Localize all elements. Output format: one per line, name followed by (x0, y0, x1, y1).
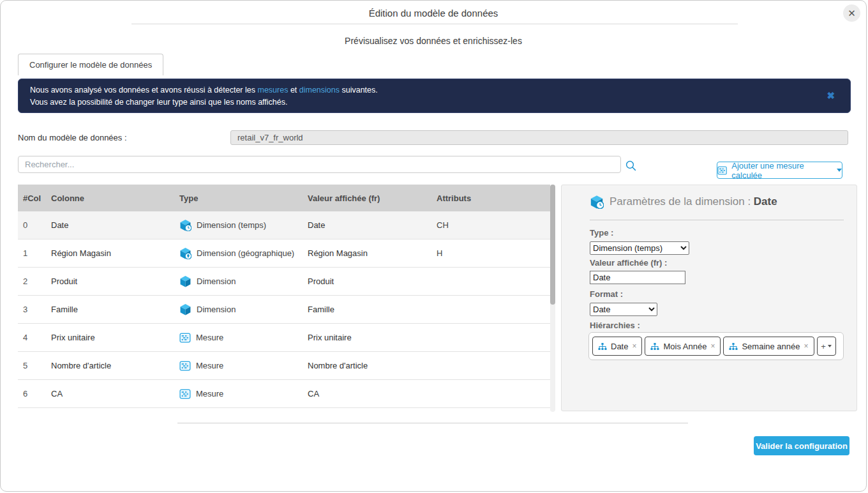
search-input[interactable] (18, 156, 621, 173)
format-label: Format : (590, 289, 623, 299)
header-column: Colonne (51, 193, 179, 203)
header-attributes: Attributs (437, 193, 550, 203)
dimension-time-icon (179, 219, 191, 231)
chevron-down-icon (828, 345, 832, 347)
dimension-time-icon (590, 195, 604, 209)
title-divider (131, 24, 738, 24)
hierarchies-container: Date × Mois Année × Semaine année × + (588, 332, 844, 360)
table-header-row: #Col Colonne Type Valeur affichée (fr) A… (18, 185, 550, 211)
dimension-icon (179, 275, 191, 287)
type-select[interactable]: Dimension (temps) (590, 241, 689, 255)
dimension-icon (179, 303, 191, 315)
add-hierarchy-button[interactable]: + (817, 337, 836, 356)
table-row[interactable]: 6 CA Mesure CA (18, 380, 550, 408)
hierarchy-icon (598, 342, 607, 351)
model-name-label: Nom du modèle de données : (18, 133, 127, 142)
table-row[interactable]: 4 Prix unitaire Mesure Prix unitaire (18, 324, 550, 352)
columns-table: #Col Colonne Type Valeur affichée (fr) A… (18, 185, 550, 408)
tab-configure-data-model[interactable]: Configurer le modèle de données (18, 54, 163, 75)
calculated-measure-icon (717, 165, 727, 176)
panel-title-dimension-name: Date (754, 195, 777, 208)
add-calculated-measure-label: Ajouter une mesure calculée (731, 161, 832, 180)
model-name-input[interactable] (230, 130, 848, 145)
footer-divider (177, 423, 688, 423)
dialog-subtitle: Prévisualisez vos données et enrichissez… (1, 36, 866, 46)
table-row[interactable]: 3 Famille Dimension Famille (18, 296, 550, 324)
chevron-down-icon (837, 169, 842, 172)
hierarchies-label: Hiérarchies : (590, 321, 640, 330)
measure-icon (179, 332, 191, 344)
hierarchy-icon (729, 342, 738, 351)
hierarchy-icon (650, 342, 659, 351)
panel-title: Paramètres de la dimension : Date (590, 195, 777, 209)
header-col-index: #Col (23, 193, 51, 203)
measure-icon (179, 388, 191, 400)
header-display-value: Valeur affichée (fr) (308, 193, 437, 203)
add-calculated-measure-button[interactable]: Ajouter une mesure calculée (717, 162, 842, 179)
header-type: Type (179, 193, 308, 203)
measure-icon (179, 360, 191, 372)
panel-divider (590, 220, 844, 220)
table-row[interactable]: 1 Région Magasin Dimension (géographique… (18, 239, 550, 268)
banner-line2: Vous avez la possibilité de changer leur… (30, 96, 825, 109)
remove-hierarchy-icon[interactable]: × (804, 342, 809, 351)
banner-line1: Nous avons analysé vos données et avons … (30, 84, 825, 96)
table-row[interactable]: 5 Nombre d'article Mesure Nombre d'artic… (18, 352, 550, 380)
table-row[interactable]: 2 Produit Dimension Produit (18, 268, 550, 296)
close-icon: ✕ (848, 8, 856, 19)
display-value-input[interactable] (590, 271, 685, 284)
table-row[interactable]: 0 Date Dimension (temps) Date CH (18, 211, 550, 239)
tab-label: Configurer le modèle de données (29, 60, 152, 70)
remove-hierarchy-icon[interactable]: × (710, 342, 715, 351)
remove-hierarchy-icon[interactable]: × (632, 342, 636, 351)
banner-dismiss-icon[interactable]: ✖ (827, 89, 835, 102)
measures-link[interactable]: mesures (257, 86, 288, 95)
info-banner: Nous avons analysé vos données et avons … (18, 79, 851, 113)
hierarchy-chip[interactable]: Semaine année × (723, 337, 814, 356)
edit-data-model-dialog: Édition du modèle de données ✕ Prévisual… (0, 0, 867, 492)
dialog-close-button[interactable]: ✕ (843, 4, 860, 22)
dimensions-link[interactable]: dimensions (299, 86, 340, 95)
dimension-settings-panel: Paramètres de la dimension : Date Type :… (561, 185, 857, 411)
format-select[interactable]: Date (590, 303, 657, 316)
table-scrollbar-thumb[interactable] (550, 185, 555, 305)
table-scrollbar[interactable] (550, 185, 555, 412)
search-icon[interactable] (625, 160, 637, 172)
display-value-label: Valeur affichée (fr) : (590, 258, 667, 268)
hierarchy-chip[interactable]: Mois Année × (645, 337, 721, 356)
dimension-geo-icon (179, 247, 191, 259)
hierarchy-chip[interactable]: Date × (592, 337, 642, 356)
validate-configuration-button[interactable]: Valider la configuration (754, 436, 849, 455)
dialog-title: Édition du modèle de données (1, 8, 866, 19)
type-label: Type : (590, 228, 613, 238)
